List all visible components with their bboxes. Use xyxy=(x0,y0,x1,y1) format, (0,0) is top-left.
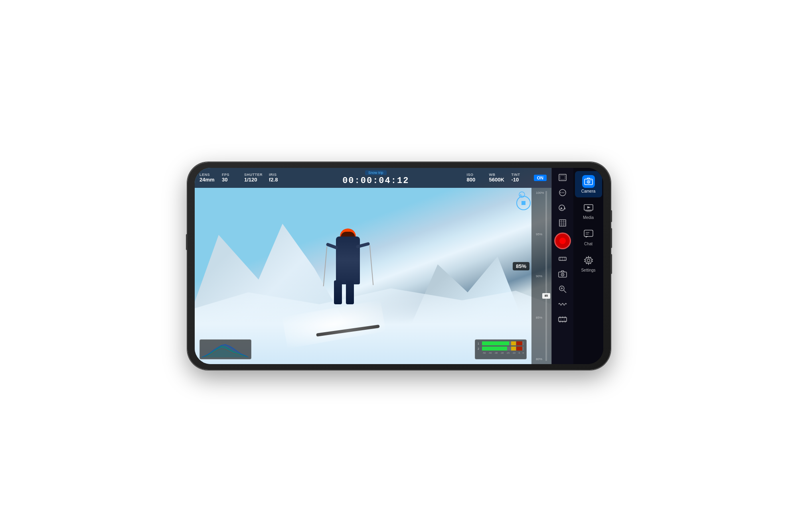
ski-pole-right xyxy=(369,245,374,285)
volume-down-button[interactable] xyxy=(610,254,612,274)
zoom-icon xyxy=(559,285,567,293)
grid-overlay-icon xyxy=(559,219,566,227)
media-nav-icon xyxy=(582,201,595,214)
timecode-container: Snow trip 00:00:04:12 xyxy=(291,170,460,186)
frame-guide-button[interactable] xyxy=(555,170,570,185)
svg-rect-12 xyxy=(559,220,566,226)
svg-point-48 xyxy=(587,259,590,262)
autofocus-icon: A xyxy=(516,191,531,198)
fps-label: FPS xyxy=(222,173,229,177)
camera-nav-icon xyxy=(582,175,595,188)
camera-nav-label: Camera xyxy=(581,189,596,193)
audio-scale-5: -5 xyxy=(518,352,520,354)
chat-nav-item[interactable]: Chat xyxy=(575,224,602,250)
skier-body xyxy=(336,236,360,284)
timecode-display: 00:00:04:12 xyxy=(342,176,409,186)
skier-figure xyxy=(312,229,384,332)
media-nav-item[interactable]: Media xyxy=(575,197,602,224)
histogram-display xyxy=(200,339,251,359)
camera-viewfinder: LENS 24mm FPS 30 SHUTTER 1/120 IRIS f2.8 xyxy=(195,168,551,364)
tint-value: -10 xyxy=(512,177,519,183)
exp-label-95: 95% xyxy=(536,233,544,236)
exposure-track xyxy=(545,191,547,361)
zebra-button[interactable] xyxy=(555,185,570,200)
project-name: Snow trip xyxy=(365,170,387,175)
tint-param: TINT -10 xyxy=(512,173,527,183)
svg-rect-6 xyxy=(560,175,565,179)
svg-text:A: A xyxy=(564,207,566,210)
audio-scale-30: -30 xyxy=(494,352,498,354)
phone-body: LENS 24mm FPS 30 SHUTTER 1/120 IRIS f2.8 xyxy=(188,162,610,370)
skier-leg-left xyxy=(334,280,342,304)
chat-icon xyxy=(584,230,593,238)
audio-wave-icon xyxy=(558,301,567,308)
audio-scale-10: -10 xyxy=(512,352,516,354)
zebra-icon xyxy=(559,189,567,197)
power-button[interactable] xyxy=(610,210,612,222)
phone-screen: LENS 24mm FPS 30 SHUTTER 1/120 IRIS f2.8 xyxy=(195,168,603,364)
hud-top-bar: LENS 24mm FPS 30 SHUTTER 1/120 IRIS f2.8 xyxy=(195,168,551,188)
iris-label: IRIS xyxy=(269,173,277,177)
record-button[interactable] xyxy=(554,233,571,249)
svg-point-39 xyxy=(588,181,589,183)
fps-value: 30 xyxy=(222,177,227,183)
zoom-button[interactable] xyxy=(555,282,570,296)
svg-text:A: A xyxy=(519,193,522,197)
shutter-value: 1/120 xyxy=(244,177,257,183)
iso-value: 800 xyxy=(467,177,476,183)
frame-guide-icon xyxy=(559,174,567,181)
filmstrip-button[interactable] xyxy=(555,312,570,327)
exp-label-90: 90% xyxy=(536,274,544,278)
camera-icon xyxy=(584,177,593,185)
phone-device: LENS 24mm FPS 30 SHUTTER 1/120 IRIS f2.8 xyxy=(188,162,610,370)
wb-param: WB 5600K xyxy=(489,173,505,183)
exp-label-80: 80% xyxy=(536,357,544,361)
svg-text:A: A xyxy=(560,207,563,210)
volume-button[interactable] xyxy=(186,234,188,250)
tools-panel: A A xyxy=(551,168,573,364)
iso-param: ISO 800 xyxy=(467,173,483,183)
exposure-scale: 100% 95% 90% 85% 80% 85 xyxy=(536,191,547,361)
audio-scale-15: -15 xyxy=(506,352,510,354)
audio-scale-0: 0 xyxy=(523,352,524,354)
snapshot-button[interactable] xyxy=(555,267,570,281)
waveform-button[interactable] xyxy=(555,252,570,266)
ski-pole-left xyxy=(323,246,328,286)
audio-bar-yellow-ch2 xyxy=(511,347,516,351)
settings-nav-icon xyxy=(582,254,595,267)
audio-channel-1: 1 xyxy=(478,341,524,345)
svg-marker-42 xyxy=(587,206,591,209)
lens-label: LENS xyxy=(200,173,210,177)
exp-label-100: 100% xyxy=(536,191,544,195)
skier-legs xyxy=(334,280,354,304)
volume-up-button[interactable] xyxy=(610,228,612,248)
media-icon xyxy=(584,203,593,212)
settings-nav-label: Settings xyxy=(581,268,595,272)
shutter-param: SHUTTER 1/120 xyxy=(244,173,263,183)
exp-label-85: 85% xyxy=(536,316,544,319)
audio-ch1-label: 1 xyxy=(478,342,481,345)
camera-nav-item[interactable]: Camera xyxy=(575,171,602,197)
exposure-percentage-badge: 85% xyxy=(513,262,529,270)
autofocus-indicator: A xyxy=(516,191,531,198)
audio-ch2-label: 2 xyxy=(478,347,481,350)
histogram-chart xyxy=(201,341,249,357)
settings-nav-item[interactable]: Settings xyxy=(575,250,602,276)
audio-bar-red-ch2 xyxy=(516,347,522,351)
exposure-bar: 100% 95% 90% 85% 80% 85 xyxy=(531,188,551,364)
audio-channel-2: 2 xyxy=(478,347,524,351)
fps-param: FPS 30 xyxy=(222,173,238,183)
record-button-inner xyxy=(559,238,566,244)
focus-mode-button[interactable]: A A xyxy=(555,201,570,215)
lens-param: LENS 24mm xyxy=(200,173,215,183)
iris-value: f2.8 xyxy=(269,177,278,183)
audio-scale-50: -50 xyxy=(482,352,486,354)
snapshot-icon xyxy=(558,270,567,278)
audio-bar-green-ch1 xyxy=(482,341,509,345)
grid-button[interactable] xyxy=(555,216,570,230)
lens-value: 24mm xyxy=(200,177,215,183)
exposure-labels: 100% 95% 90% 85% 80% xyxy=(536,191,544,361)
audio-wave-button[interactable] xyxy=(555,297,570,311)
media-nav-label: Media xyxy=(583,215,594,220)
audio-bar-ch2 xyxy=(482,347,524,351)
